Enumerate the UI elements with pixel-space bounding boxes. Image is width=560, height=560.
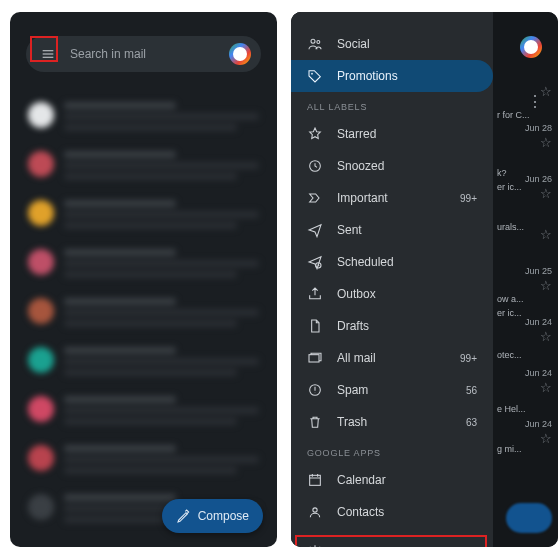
drawer-label: Promotions [337,69,398,83]
bg-date: Jun 26☆ [508,174,552,201]
drawer-label: Snoozed [337,159,384,173]
drawer-item-promotions[interactable]: Promotions [291,60,493,92]
bg-date: Jun 24☆ [508,368,552,395]
navigation-drawer: Social Promotions ALL LABELS Starred Sno… [291,12,493,547]
drawer-item-starred[interactable]: Starred [291,118,493,150]
drawer-label: Settings [337,545,380,547]
left-phone-frame: Search in mail Compose [10,12,277,547]
drawer-item-calendar[interactable]: Calendar [291,464,493,496]
svg-point-2 [311,73,313,75]
drawer-label: All mail [337,351,376,365]
mail-row[interactable] [22,339,273,388]
social-icon [307,36,323,52]
svg-rect-7 [310,475,321,485]
mail-row[interactable] [22,241,273,290]
mail-row[interactable] [22,94,273,143]
bg-date: Jun 24☆ [508,317,552,344]
tag-icon [307,68,323,84]
drawer-item-settings[interactable]: Settings [291,536,493,547]
mail-row[interactable] [22,143,273,192]
drawer-count: 63 [466,417,477,428]
important-icon [307,190,323,206]
mail-row[interactable] [22,290,273,339]
drawer-label: Social [337,37,370,51]
drawer-count: 99+ [460,193,477,204]
account-avatar[interactable] [229,43,251,65]
drawer-section-all-labels: ALL LABELS [291,92,493,118]
svg-rect-5 [309,355,319,362]
drawer-item-trash[interactable]: Trash 63 [291,406,493,438]
drawer-item-sent[interactable]: Sent [291,214,493,246]
gear-icon [307,544,323,547]
pencil-icon [176,508,192,524]
drawer-item-important[interactable]: Important 99+ [291,182,493,214]
mail-list[interactable] [22,94,273,529]
search-bar[interactable]: Search in mail [26,36,261,72]
compose-button[interactable]: Compose [162,499,263,533]
contacts-icon [307,504,323,520]
bg-date: Jun 24☆ [508,419,552,446]
drawer-label: Trash [337,415,367,429]
compose-button-partial[interactable] [506,503,552,533]
account-avatar[interactable] [520,36,542,58]
bg-date-column: ☆ Jun 28☆ Jun 26☆ ☆ Jun 25☆ Jun 24☆ Jun … [508,82,552,537]
compose-label: Compose [198,509,249,523]
star-icon [307,126,323,142]
menu-button[interactable] [36,42,60,66]
mail-row[interactable] [22,437,273,486]
bg-date: ☆ [508,82,552,99]
drawer-section-google-apps: GOOGLE APPS [291,438,493,464]
search-placeholder: Search in mail [70,47,219,61]
right-phone-frame: ⋮ r for C... k? er ic... urals... ow a..… [291,12,558,547]
drawer-label: Outbox [337,287,376,301]
spam-icon [307,382,323,398]
drawer-label: Important [337,191,388,205]
drawer-label: Contacts [337,505,384,519]
drawer-label: Scheduled [337,255,394,269]
bg-date: Jun 28☆ [508,123,552,150]
drawer-item-spam[interactable]: Spam 56 [291,374,493,406]
drawer-item-contacts[interactable]: Contacts [291,496,493,528]
allmail-icon [307,350,323,366]
clock-icon [307,158,323,174]
drawer-label: Sent [337,223,362,237]
calendar-icon [307,472,323,488]
drawer-count: 99+ [460,353,477,364]
svg-point-8 [313,508,317,512]
bg-date: ☆ [508,225,552,242]
drawer-item-snoozed[interactable]: Snoozed [291,150,493,182]
scheduled-icon [307,254,323,270]
drawer-item-social[interactable]: Social [291,28,493,60]
trash-icon [307,414,323,430]
drawer-item-drafts[interactable]: Drafts [291,310,493,342]
svg-point-0 [311,39,315,43]
mail-row[interactable] [22,192,273,241]
svg-point-1 [317,41,320,44]
drawer-item-all-mail[interactable]: All mail 99+ [291,342,493,374]
bg-date: Jun 25☆ [508,266,552,293]
outbox-icon [307,286,323,302]
drawer-item-outbox[interactable]: Outbox [291,278,493,310]
drawer-count: 56 [466,385,477,396]
drafts-icon [307,318,323,334]
drawer-item-scheduled[interactable]: Scheduled [291,246,493,278]
drawer-label: Spam [337,383,368,397]
drawer-label: Drafts [337,319,369,333]
hamburger-icon [40,46,56,62]
mail-row[interactable] [22,388,273,437]
drawer-label: Starred [337,127,376,141]
sent-icon [307,222,323,238]
drawer-label: Calendar [337,473,386,487]
